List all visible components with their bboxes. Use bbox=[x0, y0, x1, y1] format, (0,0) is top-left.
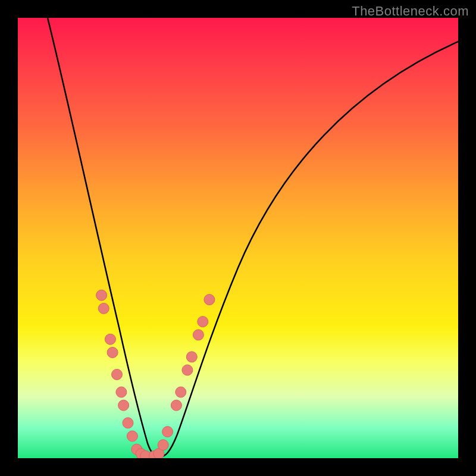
chart-svg bbox=[18, 18, 458, 458]
scatter-dot bbox=[96, 290, 107, 300]
scatter-dot bbox=[98, 303, 109, 314]
scatter-dot bbox=[204, 295, 215, 305]
bottleneck-curve bbox=[48, 18, 458, 457]
scatter-dot bbox=[123, 418, 133, 428]
scatter-dot bbox=[105, 334, 115, 345]
scatter-dot bbox=[162, 427, 173, 437]
scatter-dot bbox=[193, 330, 203, 340]
scatter-dot bbox=[127, 431, 137, 441]
scatter-dot bbox=[198, 317, 208, 327]
scatter-dot bbox=[116, 387, 127, 397]
scatter-dot bbox=[171, 400, 181, 411]
scatter-dot bbox=[182, 365, 193, 375]
scatter-dot bbox=[176, 387, 186, 397]
scatter-dots bbox=[96, 290, 215, 458]
scatter-dot bbox=[107, 347, 118, 358]
scatter-dot bbox=[112, 369, 123, 380]
chart-plot-area bbox=[18, 18, 458, 458]
scatter-dot bbox=[186, 352, 197, 362]
scatter-dot bbox=[158, 440, 168, 450]
watermark-text: TheBottleneck.com bbox=[352, 4, 469, 19]
scatter-dot bbox=[118, 400, 129, 411]
